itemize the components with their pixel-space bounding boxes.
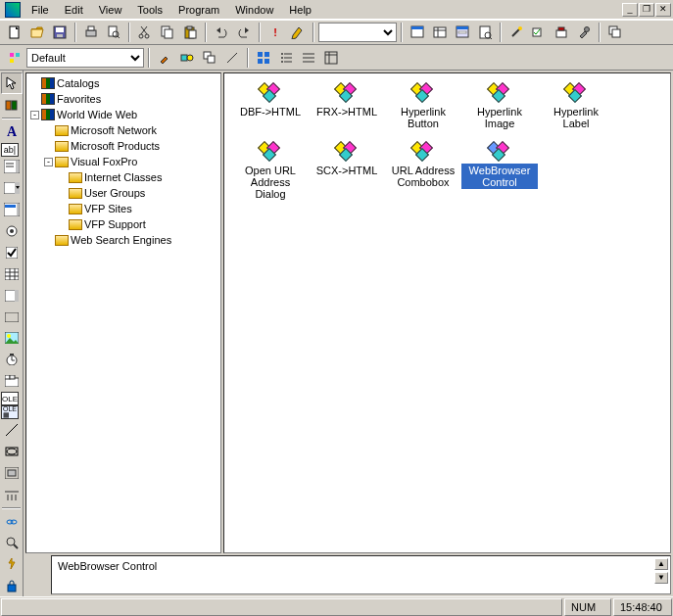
tree-item-www[interactable]: - World Wide Web bbox=[30, 107, 220, 122]
print-preview-button[interactable] bbox=[103, 22, 124, 43]
minimize-button[interactable]: _ bbox=[622, 3, 638, 17]
shape-tool[interactable] bbox=[1, 441, 23, 462]
lock-tool[interactable] bbox=[1, 575, 23, 596]
menu-program[interactable]: Program bbox=[170, 2, 227, 18]
details-view-button[interactable] bbox=[320, 47, 342, 69]
gallery-item[interactable]: Hyperlink Label bbox=[538, 81, 614, 132]
description-text: WebBrowser Control bbox=[58, 560, 664, 572]
tree-label: VFP Sites bbox=[84, 201, 132, 216]
menu-help[interactable]: Help bbox=[281, 2, 319, 18]
tree-item-favorites[interactable]: Favorites bbox=[30, 91, 220, 107]
command-combo[interactable] bbox=[318, 23, 397, 42]
autoform-button[interactable] bbox=[452, 22, 473, 43]
gallery-item[interactable]: DBF->HTML bbox=[232, 81, 309, 132]
tree-item-internet-classes[interactable]: Internet Classes bbox=[58, 169, 220, 185]
timer-tool[interactable] bbox=[1, 349, 23, 370]
tree-item-ms-products[interactable]: Microsoft Products bbox=[44, 138, 220, 154]
tree-item-vfp[interactable]: - Visual FoxPro bbox=[44, 154, 220, 169]
pointer-tool[interactable] bbox=[1, 72, 23, 94]
list-view-button[interactable] bbox=[298, 47, 319, 69]
spinner-tool[interactable] bbox=[1, 285, 23, 307]
gallery-item[interactable]: FRX->HTML bbox=[309, 81, 385, 132]
autoreport-button[interactable] bbox=[474, 22, 496, 43]
brush-button[interactable] bbox=[154, 47, 175, 69]
builder-button[interactable] bbox=[551, 22, 572, 43]
commandbutton-tool[interactable] bbox=[1, 307, 23, 328]
gallery-item[interactable]: Open URL Address Dialog bbox=[232, 140, 309, 203]
separator-tool[interactable] bbox=[1, 484, 23, 505]
menu-edit[interactable]: Edit bbox=[57, 2, 91, 18]
gallery-item[interactable]: Hyperlink Button bbox=[385, 81, 461, 132]
gallery-item[interactable]: Hyperlink Image bbox=[461, 81, 538, 132]
tree-item-catalogs[interactable]: Catalogs bbox=[30, 75, 220, 91]
spacer bbox=[44, 236, 53, 245]
oleboundcontrol-tool[interactable]: OLE▦ bbox=[1, 405, 19, 419]
image-tool[interactable] bbox=[1, 328, 23, 350]
class-icon bbox=[335, 83, 359, 103]
open-button[interactable] bbox=[26, 22, 48, 43]
form-window-button[interactable] bbox=[407, 22, 428, 43]
redo-button[interactable] bbox=[233, 22, 255, 43]
view-selector[interactable]: Default bbox=[26, 48, 144, 68]
tree-item-ms-network[interactable]: Microsoft Network bbox=[44, 122, 220, 138]
gallery-item-label: Hyperlink Button bbox=[385, 105, 461, 130]
wand-button[interactable] bbox=[505, 22, 527, 43]
save-button[interactable] bbox=[49, 22, 71, 43]
checkbox-tool[interactable] bbox=[1, 242, 23, 263]
new-button[interactable] bbox=[4, 22, 25, 43]
listbox-tool[interactable] bbox=[1, 199, 23, 220]
builder-lock-tool[interactable] bbox=[1, 553, 23, 575]
shapes-button[interactable] bbox=[176, 47, 198, 69]
print-button[interactable] bbox=[80, 22, 102, 43]
menu-tools[interactable]: Tools bbox=[129, 2, 170, 18]
tree-pane[interactable]: Catalogs Favorites - bbox=[25, 72, 221, 553]
combobox-tool[interactable] bbox=[1, 177, 23, 199]
tree-item-vfp-sites[interactable]: VFP Sites bbox=[58, 201, 220, 216]
list-pane[interactable]: DBF->HTMLFRX->HTMLHyperlink ButtonHyperl… bbox=[223, 72, 671, 553]
modify-button[interactable] bbox=[287, 22, 309, 43]
close-button[interactable]: ✕ bbox=[655, 3, 671, 17]
menu-view[interactable]: View bbox=[91, 2, 130, 18]
gallery-item[interactable]: URL Address Combobox bbox=[385, 140, 461, 203]
gallery-item[interactable]: SCX->HTML bbox=[309, 140, 385, 203]
view-type-button[interactable] bbox=[4, 47, 25, 69]
status-message bbox=[1, 598, 562, 616]
run-button[interactable]: ! bbox=[264, 22, 286, 43]
database-button[interactable] bbox=[429, 22, 451, 43]
window-cascade-button[interactable] bbox=[604, 22, 626, 43]
radio-tool[interactable] bbox=[1, 220, 23, 242]
gallery-item[interactable]: WebBrowser Control bbox=[461, 140, 538, 203]
book-tool[interactable] bbox=[1, 94, 23, 116]
line-button[interactable] bbox=[221, 47, 243, 69]
tools-button[interactable] bbox=[573, 22, 595, 43]
restore-button[interactable]: ❐ bbox=[639, 3, 654, 17]
grid-tool[interactable] bbox=[1, 263, 23, 285]
copy-button[interactable] bbox=[157, 22, 178, 43]
editbox-tool[interactable] bbox=[1, 157, 23, 178]
small-icons-button[interactable] bbox=[275, 47, 297, 69]
ole-tool[interactable]: OLE bbox=[1, 392, 19, 405]
undo-button[interactable] bbox=[211, 22, 232, 43]
scroll-down-button[interactable]: ▼ bbox=[654, 572, 668, 584]
cut-button[interactable] bbox=[134, 22, 156, 43]
tree-item-search-engines[interactable]: Web Search Engines bbox=[44, 232, 220, 248]
menu-window[interactable]: Window bbox=[227, 2, 281, 18]
pageframe-tool[interactable] bbox=[1, 370, 23, 392]
large-icons-button[interactable] bbox=[253, 47, 274, 69]
collapse-icon[interactable]: - bbox=[44, 158, 53, 166]
svg-rect-95 bbox=[8, 470, 16, 476]
tree-item-vfp-support[interactable]: VFP Support bbox=[58, 216, 220, 232]
container-tool[interactable] bbox=[1, 462, 23, 484]
checkbox-tool-button[interactable] bbox=[528, 22, 550, 43]
label-tool[interactable]: A bbox=[1, 121, 23, 143]
menu-file[interactable]: File bbox=[24, 2, 57, 18]
line-tool[interactable] bbox=[1, 419, 23, 441]
two-squares-button[interactable] bbox=[199, 47, 220, 69]
tree-item-user-groups[interactable]: User Groups bbox=[58, 185, 220, 201]
textbox-tool[interactable]: ab| bbox=[1, 143, 19, 157]
paste-button[interactable] bbox=[179, 22, 201, 43]
hyperlink-tool[interactable] bbox=[1, 511, 23, 533]
zoom-tool[interactable] bbox=[1, 532, 23, 553]
collapse-icon[interactable]: - bbox=[30, 111, 39, 119]
scroll-up-button[interactable]: ▲ bbox=[654, 558, 668, 570]
